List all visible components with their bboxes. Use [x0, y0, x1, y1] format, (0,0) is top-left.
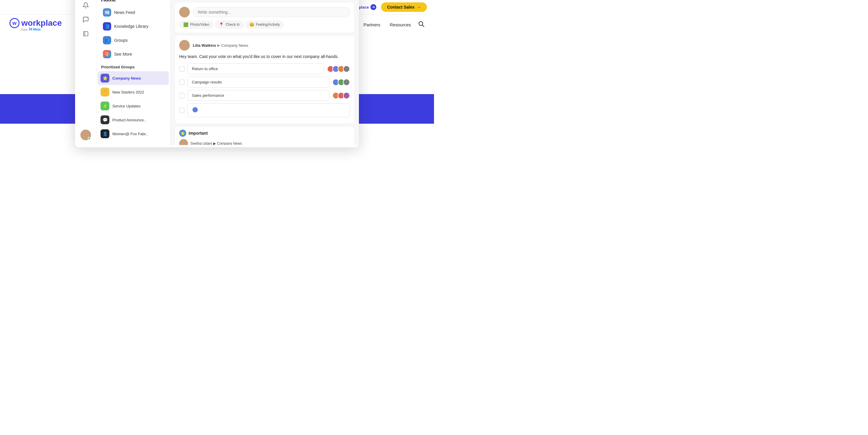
- poll-label-2[interactable]: Campaign results: [187, 77, 329, 88]
- compose-avatar: [179, 7, 190, 18]
- app-main-right: ⭐ Company News: [170, 0, 359, 145]
- poll-option-1: Return to office: [179, 63, 350, 74]
- preview-avatar: [179, 139, 188, 145]
- women-fox-label: Women@ Fox Fabr..: [112, 132, 148, 136]
- photo-video-icon: 🟩: [183, 22, 188, 27]
- compose-actions: 🟩 Photo/Video 📍 Check In 😊 Feeling/Acti: [179, 21, 350, 29]
- group-new-starters[interactable]: ✋ New Starters 2022: [98, 85, 169, 99]
- home-title: Home: [96, 0, 170, 5]
- sidebar-book-icon[interactable]: [82, 30, 90, 38]
- poll-add-avatar: [192, 107, 198, 113]
- news-feed-icon: 📰: [103, 8, 111, 17]
- app-mockup: W: [75, 0, 359, 147]
- app-main-left: Home 📰 News Feed 📘 Knowledge Library 👥 G…: [96, 0, 170, 145]
- voter-avatar: [343, 79, 350, 86]
- check-in-label: Check In: [225, 23, 240, 27]
- group-company-news[interactable]: ⭐ Company News: [98, 71, 169, 85]
- post-avatar: [179, 40, 190, 51]
- knowledge-icon: 📘: [103, 22, 111, 30]
- post-group: Company News: [221, 43, 248, 48]
- app-sidebar: W: [75, 0, 96, 145]
- company-news-label: Company News: [112, 76, 141, 81]
- feeling-activity-button[interactable]: 😊 Feeling/Activity: [245, 21, 284, 29]
- compose-top: [179, 7, 350, 18]
- svg-rect-2: [83, 32, 88, 36]
- check-in-button[interactable]: 📍 Check In: [215, 21, 244, 29]
- voter-avatar: [343, 92, 350, 99]
- women-fox-icon: 👤: [100, 129, 110, 138]
- compose-input[interactable]: [193, 7, 350, 17]
- group-women-fox[interactable]: 👤 Women@ Fox Fabr..: [98, 127, 169, 141]
- app-mockup-wrapper: W: [0, 0, 434, 147]
- page-wrapper: English (US) ▾ | Log in Try Workplace Co…: [0, 0, 434, 218]
- poll-label-4: [187, 103, 350, 117]
- service-updates-label: Service Updates: [112, 104, 141, 108]
- post-card: Lilia Watkins ▶ Company News Hey team. C…: [175, 36, 354, 124]
- poll-voters-3: [332, 92, 350, 99]
- photo-video-button[interactable]: 🟩 Photo/Video: [179, 21, 213, 29]
- nav-item-knowledge[interactable]: 📘 Knowledge Library: [98, 20, 168, 33]
- new-starters-label: New Starters 2022: [112, 90, 144, 94]
- preview-group: Company News: [217, 141, 242, 145]
- feeling-label: Feeling/Activity: [256, 23, 280, 27]
- poll-checkbox-3[interactable]: [179, 93, 184, 98]
- groups-icon: 👥: [103, 36, 111, 45]
- important-header: ⭐ Important: [179, 129, 350, 137]
- preview-author-name: Seetha Udani: [190, 141, 212, 145]
- see-more-label: See More: [114, 52, 132, 57]
- preview-author: Seetha Udani ▶ Company News: [190, 141, 242, 145]
- post-author-info: Lilia Watkins ▶ Company News: [193, 43, 248, 48]
- poll-option-2: Campaign results: [179, 77, 350, 88]
- sidebar-avatar[interactable]: [81, 129, 91, 140]
- product-announce-label: Product Announce..: [112, 118, 146, 122]
- poll-label-3[interactable]: Sales performance: [187, 90, 329, 101]
- photo-video-label: Photo/Video: [190, 23, 209, 27]
- post-body: Hey team. Cast your vote on what you'd l…: [179, 54, 350, 60]
- hero-section: W: [0, 35, 434, 218]
- service-updates-icon: ⚡: [100, 102, 110, 110]
- group-service-updates[interactable]: ⚡ Service Updates: [98, 99, 169, 113]
- poll-voters-2: [332, 79, 350, 86]
- product-announce-icon: 💬: [100, 115, 110, 124]
- voter-avatar: [343, 65, 350, 72]
- post-compose: 🟩 Photo/Video 📍 Check In 😊 Feeling/Acti: [175, 3, 354, 33]
- important-label: Important: [189, 131, 208, 136]
- preview-arrow: ▶: [213, 141, 216, 145]
- check-in-icon: 📍: [219, 22, 224, 27]
- post-author: Lilia Watkins: [193, 43, 216, 48]
- group-product-announce[interactable]: 💬 Product Announce..: [98, 113, 169, 127]
- post-author-line: Lilia Watkins ▶ Company News: [193, 43, 248, 48]
- poll-option-4: [179, 103, 350, 117]
- important-section: ⭐ Important Seetha Udani ▶ Company News: [175, 127, 354, 145]
- sidebar-bell-icon[interactable]: [82, 1, 90, 9]
- poll-checkbox-4[interactable]: [179, 108, 184, 113]
- news-feed-label: News Feed: [114, 10, 135, 15]
- prioritized-groups-title: Prioritized Groups: [96, 61, 170, 71]
- poll-checkbox-2[interactable]: [179, 80, 184, 85]
- poll-checkbox-1[interactable]: [179, 66, 184, 71]
- important-icon: ⭐: [179, 129, 186, 137]
- knowledge-label: Knowledge Library: [114, 24, 148, 29]
- app-body: W: [75, 0, 359, 145]
- poll-option-3: Sales performance: [179, 90, 350, 101]
- company-news-icon: ⭐: [100, 74, 110, 83]
- feeling-icon: 😊: [249, 22, 254, 27]
- sidebar-chat-icon[interactable]: [82, 16, 90, 24]
- nav-item-groups[interactable]: 👥 Groups: [98, 33, 168, 47]
- post-meta: Lilia Watkins ▶ Company News: [179, 40, 350, 51]
- new-starters-icon: ✋: [100, 88, 110, 96]
- nav-item-news-feed[interactable]: 📰 News Feed: [98, 6, 168, 19]
- poll-label-1[interactable]: Return to office: [187, 63, 324, 74]
- poll-voters-1: [327, 65, 350, 72]
- groups-label: Groups: [114, 38, 128, 42]
- post-preview: Seetha Udani ▶ Company News: [179, 139, 350, 145]
- nav-item-see-more[interactable]: 🎨 See More: [98, 47, 168, 61]
- post-arrow-icon: ▶: [217, 43, 220, 47]
- online-indicator: [88, 137, 91, 140]
- see-more-icon: 🎨: [103, 50, 111, 58]
